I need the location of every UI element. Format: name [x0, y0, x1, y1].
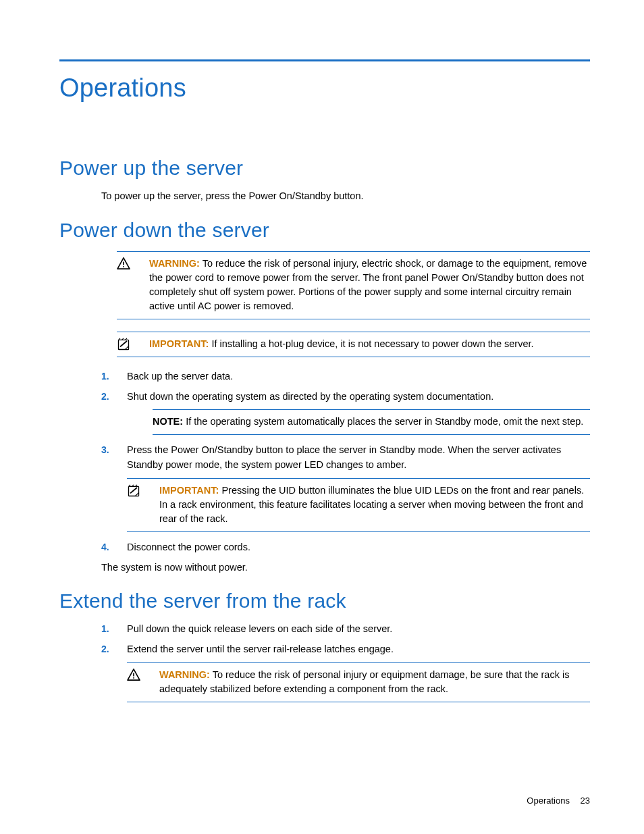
list-item: 1. Back up the server data.: [101, 369, 590, 384]
important-icon: [127, 484, 147, 498]
callout-text: IMPORTANT: If installing a hot-plug devi…: [149, 337, 590, 351]
step-text: Pull down the quick release levers on ea…: [127, 623, 392, 634]
step-number: 1.: [101, 622, 109, 636]
step-text: Back up the server data.: [127, 371, 233, 382]
list-item: 3. Press the Power On/Standby button to …: [101, 443, 590, 532]
list-item: 2. Extend the server until the server ra…: [101, 642, 590, 702]
important-callout: IMPORTANT: If installing a hot-plug devi…: [117, 332, 590, 357]
section-heading-power-up: Power up the server: [59, 157, 590, 180]
warning-icon: [117, 257, 137, 269]
chapter-title: Operations: [59, 74, 590, 103]
important-label: IMPORTANT:: [159, 485, 219, 496]
section-heading-extend: Extend the server from the rack: [59, 590, 590, 613]
footer-page-number: 23: [581, 796, 590, 806]
list-item: 1. Pull down the quick release levers on…: [101, 622, 590, 637]
footer-section: Operations: [527, 796, 570, 806]
step-number: 2.: [101, 642, 109, 656]
list-item: 4. Disconnect the power cords.: [101, 540, 590, 555]
body-text: The system is now without power.: [101, 561, 590, 575]
callout-text: WARNING: To reduce the risk of personal …: [159, 668, 590, 696]
warning-label: WARNING:: [159, 669, 210, 680]
svg-rect-4: [133, 673, 134, 676]
svg-rect-1: [123, 266, 124, 267]
warning-callout: WARNING: To reduce the risk of personal …: [127, 662, 590, 702]
warning-label: WARNING:: [149, 258, 200, 269]
steps-list-extend: 1. Pull down the quick release levers on…: [101, 622, 590, 702]
callout-text: IMPORTANT: Pressing the UID button illum…: [159, 484, 590, 526]
note-label: NOTE:: [153, 416, 183, 427]
step-text: Disconnect the power cords.: [127, 542, 250, 552]
note-body: If the operating system automatically pl…: [186, 416, 583, 427]
svg-rect-0: [123, 261, 124, 265]
note-block: NOTE: If the operating system automatica…: [153, 409, 590, 435]
section-heading-power-down: Power down the server: [59, 219, 590, 242]
svg-rect-5: [133, 677, 134, 679]
steps-list-power-down: 1. Back up the server data. 2. Shut down…: [101, 369, 590, 555]
step-text: Shut down the operating system as direct…: [127, 391, 493, 402]
step-number: 4.: [101, 540, 109, 554]
step-number: 1.: [101, 369, 109, 384]
important-callout: IMPORTANT: Pressing the UID button illum…: [127, 478, 590, 532]
step-text: Press the Power On/Standby button to pla…: [127, 444, 561, 470]
important-icon: [117, 337, 137, 351]
warning-body: To reduce the risk of personal injury or…: [159, 669, 569, 694]
top-rule: [59, 59, 590, 61]
important-body: If installing a hot-plug device, it is n…: [211, 338, 533, 349]
list-item: 2. Shut down the operating system as dir…: [101, 390, 590, 436]
step-number: 3.: [101, 443, 109, 457]
warning-callout: WARNING: To reduce the risk of personal …: [117, 251, 590, 319]
callout-text: WARNING: To reduce the risk of personal …: [149, 257, 590, 313]
body-text: To power up the server, press the Power …: [101, 189, 590, 204]
important-label: IMPORTANT:: [149, 338, 209, 349]
warning-icon: [127, 668, 147, 681]
warning-body: To reduce the risk of personal injury, e…: [149, 258, 587, 311]
step-text: Extend the server until the server rail-…: [127, 644, 394, 654]
step-number: 2.: [101, 390, 109, 404]
page-footer: Operations 23: [527, 796, 590, 806]
important-body: Pressing the UID button illuminates the …: [159, 485, 584, 524]
